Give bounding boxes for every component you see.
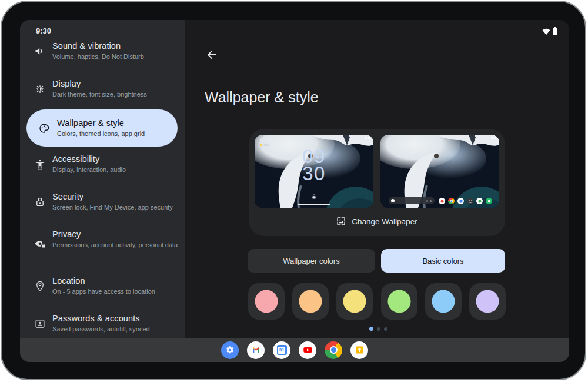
sidebar-item-display[interactable]: Display Dark theme, font size, brightnes…: [20, 79, 185, 99]
sidebar-item-wallpaper-style[interactable]: Wallpaper & style Colors, themed icons, …: [26, 109, 178, 147]
mini-status-dots: [491, 137, 496, 139]
tab-basic-colors[interactable]: Basic colors: [381, 249, 505, 273]
page-dot[interactable]: [384, 327, 387, 331]
sidebar-item-subtitle: Screen lock, Find My Device, app securit…: [52, 204, 173, 212]
mini-maps-icon: [476, 198, 483, 204]
mini-chrome-icon: [448, 198, 455, 204]
wallpaper-icon: [336, 217, 346, 226]
mini-search-bar: [389, 197, 435, 204]
lock-icon: [34, 196, 46, 208]
sidebar-item-title: Display: [52, 79, 147, 88]
sidebar-item-subtitle: Colors, themed icons, app grid: [57, 130, 145, 138]
mini-phone-icon: [486, 198, 492, 204]
mini-gmail-icon: [439, 198, 445, 204]
mini-status-dots: [365, 137, 370, 139]
pagination-dots: [369, 327, 387, 331]
wallpaper-preview-card: Tue, Jul 19 09 30: [249, 129, 505, 236]
mini-tv-icon: [457, 198, 464, 204]
location-pin-icon: [34, 280, 46, 292]
page-dot[interactable]: [377, 327, 380, 331]
color-swatch-yellow[interactable]: [336, 283, 373, 320]
mini-lockscreen-clock: 09 30: [255, 148, 373, 182]
tablet-device-frame: 9:30 Sound & vibration Volume, haptics, …: [1, 1, 586, 380]
page-title: Wallpaper & style: [205, 89, 319, 106]
settings-sidebar: 9:30 Sound & vibration Volume, haptics, …: [20, 20, 185, 338]
sidebar-item-title: Sound & vibration: [52, 41, 144, 51]
keep-app-icon[interactable]: [350, 341, 368, 359]
mini-home-handle: [298, 204, 330, 205]
display-icon: [34, 83, 46, 95]
color-swatch-blue[interactable]: [425, 283, 462, 320]
sidebar-item-subtitle: Saved passwords, autofill, synced: [52, 325, 150, 334]
page-dot-active[interactable]: [369, 327, 373, 331]
back-button[interactable]: [205, 48, 218, 61]
volume-icon: [34, 45, 46, 57]
sidebar-item-location[interactable]: Location On - 5 apps have access to loca…: [20, 276, 185, 296]
homescreen-wallpaper-preview[interactable]: [380, 135, 499, 208]
color-swatch-pink[interactable]: [248, 283, 285, 320]
sidebar-item-title: Privacy: [52, 230, 178, 239]
sidebar-item-privacy[interactable]: Privacy Permissions, account activity, p…: [20, 230, 185, 250]
mini-lockscreen-date: Tue, Jul 19: [260, 139, 276, 143]
sidebar-item-title: Security: [52, 192, 173, 201]
sidebar-item-subtitle: On - 5 apps have access to location: [52, 288, 155, 296]
screen: 9:30 Sound & vibration Volume, haptics, …: [20, 20, 569, 362]
wifi-icon: [542, 27, 550, 38]
sidebar-item-subtitle: Volume, haptics, Do Not Disturb: [52, 53, 144, 61]
calendar-app-icon[interactable]: 31: [273, 341, 290, 359]
battery-icon: [553, 27, 557, 38]
sidebar-item-title: Location: [52, 276, 155, 285]
sidebar-item-subtitle: Dark theme, font size, brightness: [52, 91, 147, 99]
status-icons: [542, 27, 557, 38]
palette-icon: [38, 122, 50, 134]
wallpaper-style-panel: Wallpaper & style: [185, 20, 569, 338]
color-swatch-green[interactable]: [381, 283, 417, 320]
mini-google-icon: [391, 199, 395, 202]
mini-mic-icon: [426, 200, 428, 202]
color-swatch-purple[interactable]: [469, 283, 506, 320]
sidebar-item-passwords-accounts[interactable]: Passwords & accounts Saved passwords, au…: [20, 314, 185, 334]
sidebar-item-subtitle: Permissions, account activity, personal …: [52, 241, 178, 250]
mini-taskbar: [380, 197, 499, 205]
sidebar-item-title: Accessibility: [52, 154, 126, 164]
settings-app-icon[interactable]: [221, 341, 239, 359]
tab-wallpaper-colors[interactable]: Wallpaper colors: [248, 249, 375, 273]
sidebar-item-sound-vibration[interactable]: Sound & vibration Volume, haptics, Do No…: [20, 41, 185, 61]
sidebar-item-title: Wallpaper & style: [57, 118, 145, 128]
contact-card-icon: [34, 318, 46, 330]
sidebar-item-accessibility[interactable]: Accessibility Display, interaction, audi…: [20, 154, 185, 174]
mini-lock-icon: [312, 191, 316, 201]
taskbar: 31: [20, 338, 569, 362]
status-time: 9:30: [36, 26, 51, 35]
sidebar-item-subtitle: Display, interaction, audio: [52, 166, 126, 174]
mini-camera-icon: [467, 198, 473, 204]
youtube-app-icon[interactable]: [299, 341, 316, 359]
lockscreen-wallpaper-preview[interactable]: Tue, Jul 19 09 30: [255, 135, 373, 208]
mini-lens-icon: [430, 200, 432, 202]
change-wallpaper-button[interactable]: Change Wallpaper: [249, 217, 505, 226]
chrome-app-icon[interactable]: [325, 341, 342, 359]
mini-app-icons: [439, 198, 492, 204]
gmail-app-icon[interactable]: [247, 341, 265, 359]
accessibility-icon: [34, 158, 46, 170]
privacy-eye-icon: [34, 238, 46, 250]
sidebar-item-security[interactable]: Security Screen lock, Find My Device, ap…: [20, 192, 185, 212]
color-swatch-orange[interactable]: [292, 283, 329, 320]
mini-weather-chip: [260, 144, 269, 146]
sidebar-item-title: Passwords & accounts: [52, 314, 150, 323]
